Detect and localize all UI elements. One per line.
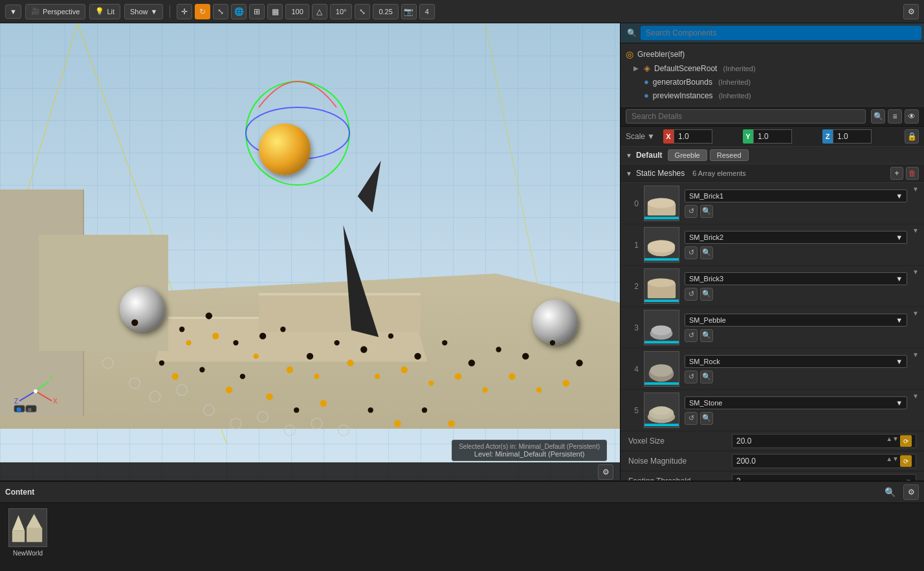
scale-z-group: Z bbox=[822, 129, 899, 144]
lit-icon: 💡 bbox=[95, 7, 104, 16]
mesh-search-btn-3[interactable]: 🔍 bbox=[700, 329, 713, 342]
scale-size[interactable]: 0.25 bbox=[373, 4, 398, 19]
mesh-expand-3[interactable]: ▼ bbox=[912, 310, 919, 317]
svg-text:X: X bbox=[53, 398, 58, 405]
sm-add-btn[interactable]: + bbox=[890, 167, 903, 180]
mesh-search-btn-5[interactable]: 🔍 bbox=[700, 412, 713, 425]
details-search-input[interactable] bbox=[626, 109, 866, 124]
svg-marker-91 bbox=[27, 514, 41, 528]
details-icons: 🔍 ≡ 👁 bbox=[871, 109, 919, 124]
grid-size[interactable]: 100 bbox=[285, 4, 309, 19]
tree-icon-preview: ● bbox=[644, 91, 649, 100]
svg-text:Y: Y bbox=[49, 374, 54, 382]
mesh-search-btn-0[interactable]: 🔍 bbox=[700, 205, 713, 218]
mesh-reset-btn-1[interactable]: ↺ bbox=[685, 246, 698, 259]
scale-dropdown-icon[interactable]: ▼ bbox=[647, 132, 655, 141]
scale-y-group: Y bbox=[743, 129, 820, 144]
content-area[interactable]: NewWorld bbox=[0, 503, 924, 571]
scale-btn[interactable]: ⤡ bbox=[213, 4, 228, 19]
search-components-input[interactable] bbox=[641, 26, 921, 40]
noise-magnitude-spinner[interactable]: ▲▼ bbox=[886, 455, 899, 467]
mesh-dropdown-4[interactable]: SM_Rock ▼ bbox=[685, 355, 907, 368]
camera-btn[interactable]: 📷 bbox=[401, 4, 417, 19]
mesh-dropdown-icon-4: ▼ bbox=[896, 358, 903, 365]
mesh-name-2: SM_Brick3 bbox=[689, 275, 723, 283]
reseed-button[interactable]: Reseed bbox=[710, 149, 749, 161]
voxel-size-yellow[interactable]: ⟳ bbox=[900, 435, 912, 447]
mesh-dropdown-5[interactable]: SM_Stone ▼ bbox=[685, 396, 907, 409]
content-header: Content 🔍 ⚙ bbox=[0, 482, 924, 503]
scale-z-input[interactable] bbox=[833, 129, 872, 144]
search-icon-btn[interactable]: 🔍 bbox=[871, 109, 885, 124]
mesh-reset-btn-4[interactable]: ↺ bbox=[685, 371, 698, 383]
scale-z-axis: Z bbox=[822, 129, 833, 144]
perspective-button[interactable]: 🎥 Perspective bbox=[25, 4, 85, 19]
mesh-reset-btn-3[interactable]: ↺ bbox=[685, 329, 698, 342]
mesh-search-btn-1[interactable]: 🔍 bbox=[700, 246, 713, 259]
sm-label: Static Meshes bbox=[636, 169, 685, 178]
top-bar: ▼ 🎥 Perspective 💡 Lit Show ▼ ✛ ↻ ⤡ 🌐 ⊞ ▦… bbox=[0, 0, 924, 23]
tree-icon-scene: ◈ bbox=[644, 63, 650, 73]
greeble-button[interactable]: Greeble bbox=[668, 149, 707, 161]
mesh-expand-0[interactable]: ▼ bbox=[912, 186, 919, 193]
content-item-newworld[interactable]: NewWorld bbox=[5, 508, 50, 557]
tree-sublabel-scene: (Inherited) bbox=[721, 65, 755, 72]
angle-snap-btn[interactable]: △ bbox=[312, 4, 327, 19]
mesh-reset-btn-2[interactable]: ↺ bbox=[685, 288, 698, 301]
rotate-btn[interactable]: ↻ bbox=[195, 4, 210, 19]
tree-root[interactable]: ◎ Greebler(self) bbox=[621, 47, 924, 61]
tree-item-preview[interactable]: ● previewInstances (Inherited) bbox=[621, 89, 924, 102]
settings-btn[interactable]: ⚙ bbox=[903, 4, 919, 19]
tree-root-label: Greebler(self) bbox=[637, 50, 685, 59]
mesh-expand-2[interactable]: ▼ bbox=[912, 268, 919, 275]
eye-btn[interactable]: 👁 bbox=[905, 109, 919, 124]
grid-btn[interactable]: ▦ bbox=[267, 4, 283, 19]
settings-icon-bottom[interactable]: ⚙ bbox=[598, 464, 613, 480]
content-settings-btn[interactable]: ⚙ bbox=[903, 484, 919, 500]
lock-btn[interactable]: 🔒 bbox=[905, 129, 919, 144]
viewport-dropdown[interactable]: ▼ bbox=[5, 5, 21, 19]
scale-snap-btn[interactable]: ⤡ bbox=[355, 4, 370, 19]
mesh-search-btn-2[interactable]: 🔍 bbox=[700, 288, 713, 301]
viewport[interactable]: X Y Z 🔵 ⊞ Selected Actor(s) in: Minimal_… bbox=[0, 23, 620, 480]
surface-snap-btn[interactable]: ⊞ bbox=[249, 4, 265, 19]
mesh-dropdown-icon-5: ▼ bbox=[896, 399, 903, 407]
mesh-name-3: SM_Pebble bbox=[689, 316, 726, 324]
sm-delete-btn[interactable]: 🗑 bbox=[906, 167, 919, 180]
noise-magnitude-yellow[interactable]: ⟳ bbox=[900, 455, 912, 467]
mesh-controls-1: SM_Brick2 ▼ ↺ 🔍 bbox=[685, 231, 907, 259]
mesh-dropdown-1[interactable]: SM_Brick2 ▼ bbox=[685, 231, 907, 244]
tree-sublabel-preview: (Inherited) bbox=[717, 92, 751, 100]
lit-button[interactable]: 💡 Lit bbox=[89, 4, 120, 19]
scale-y-axis: Y bbox=[743, 129, 753, 144]
mesh-expand-5[interactable]: ▼ bbox=[912, 393, 919, 400]
mesh-dropdown-icon-0: ▼ bbox=[896, 192, 903, 200]
tree-item-bounds[interactable]: ● generatorBounds (Inherited) bbox=[621, 75, 924, 89]
scale-x-input[interactable] bbox=[674, 129, 712, 144]
tree-label-scene: DefaultSceneRoot bbox=[654, 64, 717, 73]
mesh-dropdown-3[interactable]: SM_Pebble ▼ bbox=[685, 314, 907, 327]
translate-btn[interactable]: ✛ bbox=[177, 4, 192, 19]
default-section-header[interactable]: ▼ Default Greeble Reseed bbox=[621, 147, 924, 164]
sm-section-arrow[interactable]: ▼ bbox=[626, 170, 632, 177]
list-view-btn[interactable]: ≡ bbox=[888, 109, 902, 124]
show-dropdown-icon: ▼ bbox=[151, 8, 158, 16]
world-btn[interactable]: 🌐 bbox=[231, 4, 247, 19]
mesh-expand-1[interactable]: ▼ bbox=[912, 227, 919, 234]
tree-item-scene-root[interactable]: ▶ ◈ DefaultSceneRoot (Inherited) bbox=[621, 61, 924, 75]
mesh-reset-btn-0[interactable]: ↺ bbox=[685, 205, 698, 218]
scale-label: Scale ▼ bbox=[626, 132, 658, 141]
mesh-dropdown-0[interactable]: SM_Brick1 ▼ bbox=[685, 189, 907, 202]
right-panel-scroll[interactable]: ▼ Default Greeble Reseed ▼ Static Meshes… bbox=[621, 147, 924, 480]
angle-size[interactable]: 10° bbox=[330, 4, 353, 19]
camera-speed[interactable]: 4 bbox=[419, 4, 435, 19]
mesh-reset-btn-5[interactable]: ↺ bbox=[685, 412, 698, 425]
mesh-search-btn-4[interactable]: 🔍 bbox=[700, 371, 713, 383]
voxel-size-spinner[interactable]: ▲▼ bbox=[886, 435, 899, 447]
content-search-icon[interactable]: 🔍 bbox=[885, 487, 896, 497]
show-button[interactable]: Show ▼ bbox=[124, 4, 163, 19]
svg-rect-71 bbox=[644, 217, 679, 219]
scale-y-input[interactable] bbox=[753, 129, 792, 144]
mesh-dropdown-2[interactable]: SM_Brick3 ▼ bbox=[685, 272, 907, 285]
mesh-expand-4[interactable]: ▼ bbox=[912, 351, 919, 358]
